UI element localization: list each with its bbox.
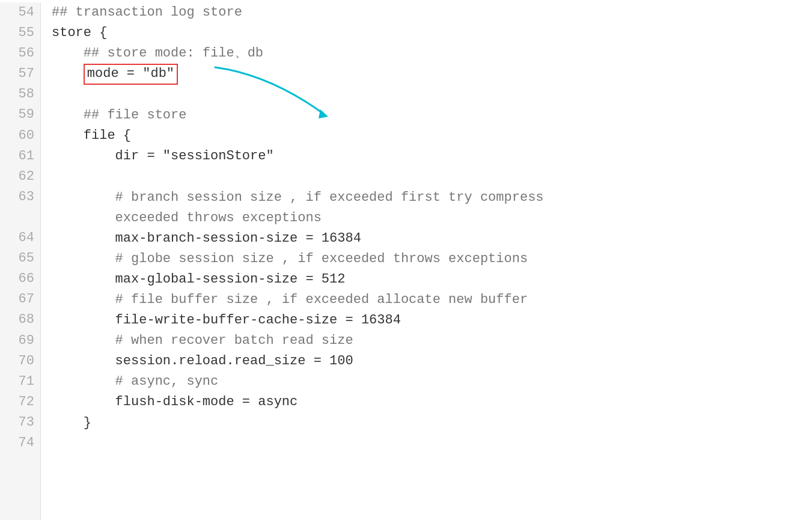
ln-68: 68 bbox=[4, 310, 34, 330]
code-line-63: # branch session size , if exceeded firs… bbox=[52, 188, 812, 208]
code-line-59: ## file store bbox=[52, 105, 812, 126]
code-line-57: mode = "db" bbox=[52, 64, 812, 85]
ln-73: 73 bbox=[4, 412, 34, 433]
ln-54: 54 bbox=[4, 2, 34, 23]
ln-69: 69 bbox=[4, 331, 34, 351]
code-line-71: # async, sync bbox=[52, 372, 812, 392]
code-line-73: } bbox=[52, 413, 812, 433]
ln-57: 57 bbox=[4, 64, 34, 84]
code-line-64: max-branch-session-size = 16384 bbox=[52, 228, 812, 249]
code-line-58 bbox=[52, 85, 812, 105]
code-line-60: file { bbox=[52, 126, 812, 146]
ln-60: 60 bbox=[4, 126, 34, 146]
code-line-70: session.reload.read_size = 100 bbox=[52, 351, 812, 372]
code-line-54: ## transaction log store bbox=[52, 2, 812, 23]
code-line-66: max-global-session-size = 512 bbox=[52, 269, 812, 290]
code-line-69: # when recover batch read size bbox=[52, 331, 812, 351]
highlighted-mode: mode = "db" bbox=[84, 64, 178, 85]
ln-66: 66 bbox=[4, 269, 34, 289]
ln-65: 65 bbox=[4, 248, 34, 269]
code-line-74 bbox=[52, 433, 812, 454]
ln-71: 71 bbox=[4, 372, 34, 392]
code-line-72: flush-disk-mode = async bbox=[52, 392, 812, 412]
ln-67: 67 bbox=[4, 289, 34, 310]
ln-56: 56 bbox=[4, 43, 34, 64]
ln-74: 74 bbox=[4, 433, 34, 453]
ln-63: 63 bbox=[4, 187, 34, 207]
ln-72: 72 bbox=[4, 392, 34, 412]
ln-59: 59 bbox=[4, 105, 34, 125]
code-line-67: # file buffer size , if exceeded allocat… bbox=[52, 290, 812, 310]
ln-61: 61 bbox=[4, 146, 34, 167]
code-line-63b: exceeded throws exceptions bbox=[52, 208, 812, 228]
code-area: ## transaction log store store { ## stor… bbox=[41, 2, 812, 520]
ln-70: 70 bbox=[4, 351, 34, 372]
code-line-55: store { bbox=[52, 23, 812, 43]
code-viewer: 54 55 56 57 58 59 60 61 62 63 63 64 65 6… bbox=[0, 0, 812, 520]
code-line-62 bbox=[52, 167, 812, 187]
line-numbers: 54 55 56 57 58 59 60 61 62 63 63 64 65 6… bbox=[0, 2, 41, 520]
ln-55: 55 bbox=[4, 23, 34, 43]
ln-64: 64 bbox=[4, 228, 34, 248]
code-line-68: file-write-buffer-cache-size = 16384 bbox=[52, 310, 812, 331]
code-line-56: ## store mode: file、db bbox=[52, 43, 812, 64]
ln-62: 62 bbox=[4, 167, 34, 187]
ln-58: 58 bbox=[4, 84, 34, 105]
code-line-61: dir = "sessionStore" bbox=[52, 146, 812, 167]
code-line-65: # globe session size , if exceeded throw… bbox=[52, 249, 812, 269]
